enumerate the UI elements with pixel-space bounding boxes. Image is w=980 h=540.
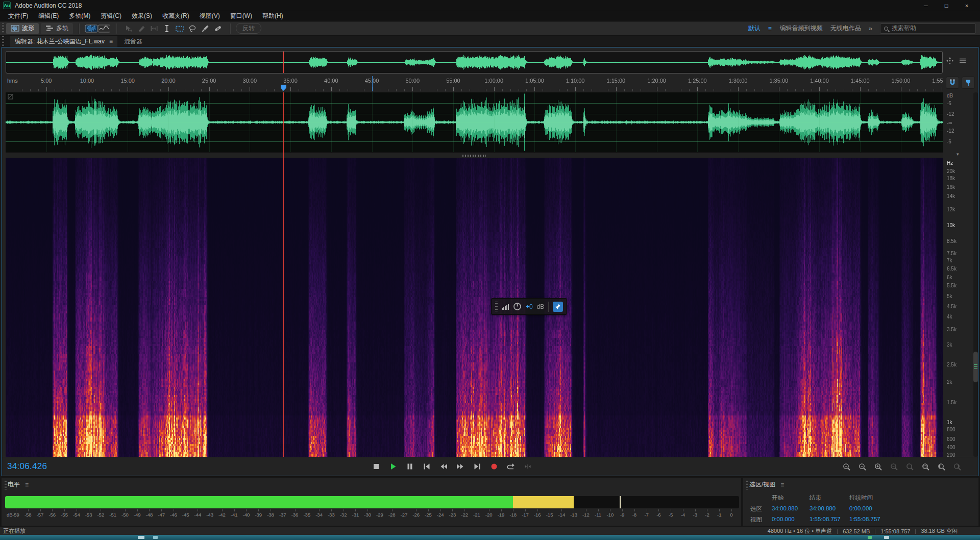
menu-item-favorites[interactable]: 收藏夹(R) — [157, 11, 194, 21]
lasso-selection-tool[interactable] — [186, 23, 199, 34]
zoom-to-in-point-button[interactable] — [936, 461, 948, 473]
razor-tool[interactable] — [135, 23, 148, 34]
workspace-overflow-chevron[interactable]: » — [869, 24, 872, 32]
levels-grip[interactable] — [5, 480, 7, 490]
menu-item-multitrack[interactable]: 多轨(M) — [64, 11, 95, 21]
vertical-scrollbar[interactable] — [973, 92, 978, 457]
ruler-tick — [177, 89, 177, 91]
workspace-radio-production[interactable]: 无线电作品 — [830, 24, 861, 33]
ruler-tick — [217, 89, 218, 91]
marker-button[interactable] — [962, 77, 975, 89]
editor-panel-menu-icon[interactable]: ≡ — [109, 38, 113, 45]
waveform-view-button[interactable]: 波形 — [6, 23, 39, 34]
playhead-handle[interactable] — [281, 85, 286, 91]
multitrack-view-button[interactable]: 多轨 — [41, 23, 73, 34]
volume-hud[interactable]: +0 dB — [491, 298, 567, 315]
zoom-in-amplitude-button[interactable] — [872, 461, 885, 473]
paintbrush-selection-tool[interactable] — [199, 23, 211, 34]
selview-panel-menu-icon[interactable]: ≡ — [780, 481, 784, 488]
menu-item-clip[interactable]: 剪辑(C) — [95, 11, 127, 21]
selection-duration-value[interactable]: 0:00.000 — [849, 505, 900, 513]
show-spectrogram-toggle[interactable] — [97, 23, 110, 34]
overview-waveform[interactable] — [6, 52, 942, 73]
waveform-grabber-icon[interactable] — [8, 94, 14, 100]
overview-zoom-icon[interactable] — [946, 57, 954, 65]
scale-collapse-icon[interactable]: ▾ — [957, 152, 959, 157]
marquee-selection-tool[interactable] — [173, 23, 186, 34]
move-tool[interactable] — [122, 23, 135, 34]
menu-item-file[interactable]: 文件(F) — [3, 11, 33, 21]
help-search-input[interactable]: 搜索帮助 — [880, 23, 976, 34]
levels-panel-menu-icon[interactable]: ≡ — [25, 481, 29, 488]
waveform-display[interactable] — [6, 92, 943, 152]
zoom-out-amplitude-button[interactable] — [888, 461, 900, 473]
view-duration-value[interactable]: 1:55:08.757 — [849, 516, 900, 524]
snap-toggle-button[interactable] — [946, 77, 959, 89]
rewind-button[interactable] — [438, 461, 449, 472]
menu-item-view[interactable]: 视图(V) — [194, 11, 225, 21]
timeline-ruler[interactable]: hms 5:0010:0015:0020:0025:0030:0035:0040… — [6, 76, 943, 91]
zoom-in-time-button[interactable] — [841, 461, 853, 473]
tabs-grip[interactable] — [2, 36, 4, 46]
invert-button[interactable]: 反转 — [236, 23, 261, 34]
waveform-spectrogram-splitter[interactable] — [6, 152, 943, 158]
selview-grip[interactable] — [746, 480, 748, 490]
taskbar-icon[interactable] — [884, 536, 889, 539]
loop-playback-button[interactable] — [505, 461, 517, 472]
zoom-reset-button[interactable] — [904, 461, 916, 473]
zoom-to-out-point-button[interactable] — [951, 461, 964, 473]
current-time-display[interactable]: 34:06.426 — [7, 461, 47, 472]
panel-tabs: 编辑器: 花木兰-公映国语_FL.wav ≡ 混音器 — [0, 36, 980, 47]
gain-value[interactable]: +0 — [526, 303, 533, 310]
taskbar-icon[interactable] — [138, 536, 144, 539]
menu-item-effects[interactable]: 效果(S) — [127, 11, 157, 21]
menu-item-edit[interactable]: 编辑(E) — [33, 11, 64, 21]
menu-item-help[interactable]: 帮助(H) — [257, 11, 288, 21]
play-button[interactable] — [387, 461, 399, 472]
close-button[interactable]: × — [957, 0, 977, 11]
stop-button[interactable] — [371, 461, 382, 472]
menu-item-window[interactable]: 窗口(W) — [225, 11, 257, 21]
minimize-button[interactable]: ─ — [916, 0, 936, 11]
overview-playhead[interactable] — [283, 52, 284, 73]
pause-button[interactable] — [404, 461, 415, 472]
zoom-to-selection-button[interactable] — [920, 461, 932, 473]
spectrogram-canvas[interactable] — [6, 158, 943, 457]
meter-scale-tick — [683, 509, 683, 511]
show-waveform-toggle[interactable] — [85, 23, 97, 34]
maximize-button[interactable]: □ — [936, 0, 957, 11]
slip-tool[interactable] — [148, 23, 160, 34]
view-start-value[interactable]: 0:00.000 — [772, 516, 810, 524]
hud-drag-handle[interactable] — [495, 302, 498, 312]
windows-taskbar[interactable] — [0, 535, 980, 540]
tab-mixer[interactable]: 混音器 — [117, 36, 149, 47]
workspace-default[interactable]: 默认 — [748, 24, 761, 33]
splitter-handle-icon[interactable] — [462, 155, 486, 157]
zoom-out-time-button[interactable] — [856, 461, 869, 473]
playhead-line[interactable] — [283, 92, 284, 457]
timeline-marker[interactable] — [372, 76, 373, 91]
skip-to-end-button[interactable] — [472, 461, 483, 472]
skip-selection-button[interactable] — [522, 461, 533, 472]
selection-start-value[interactable]: 34:00.880 — [772, 505, 810, 513]
toolbar-grip[interactable] — [2, 23, 4, 34]
time-selection-tool[interactable] — [160, 23, 173, 34]
vertical-scrollbar-thumb[interactable] — [973, 352, 978, 382]
fast-forward-button[interactable] — [455, 461, 466, 472]
skip-to-start-button[interactable] — [421, 461, 432, 472]
gain-knob-icon[interactable] — [513, 302, 522, 311]
record-button[interactable] — [488, 461, 500, 472]
workspace-edit-audio-to-video[interactable]: 编辑音频到视频 — [780, 24, 823, 33]
taskbar-icon[interactable] — [868, 536, 872, 539]
hud-pin-button[interactable] — [553, 302, 563, 312]
workspace-menu-icon[interactable]: ≡ — [768, 25, 772, 32]
tab-editor[interactable]: 编辑器: 花木兰-公映国语_FL.wav ≡ — [10, 36, 117, 47]
spot-healing-brush-tool[interactable] — [211, 23, 224, 34]
overview-menu-icon[interactable] — [959, 57, 967, 65]
ruler-tick — [201, 89, 202, 91]
selection-end-value[interactable]: 34:00.880 — [810, 505, 849, 513]
spectrogram-display[interactable] — [6, 158, 943, 457]
taskbar-icon[interactable] — [153, 536, 158, 539]
view-end-value[interactable]: 1:55:08.757 — [810, 516, 849, 524]
overview-strip[interactable] — [6, 51, 943, 73]
